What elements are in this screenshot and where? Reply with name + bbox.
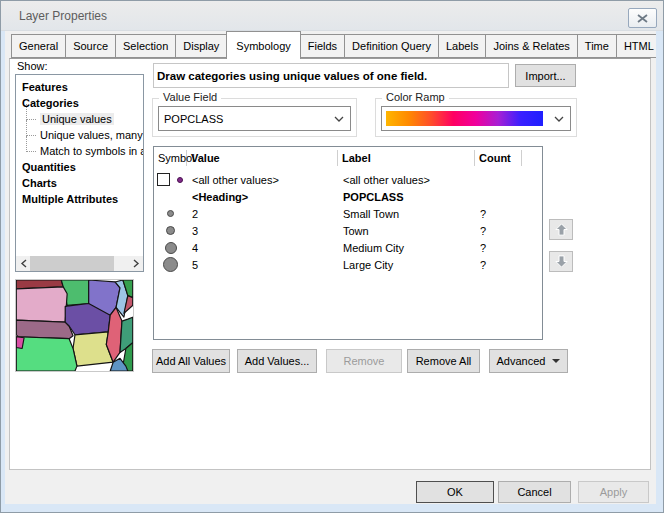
table-row[interactable]: 3 Town ? — [154, 222, 542, 239]
unique-values-table: Symbol Value Label Count <all other valu… — [153, 146, 543, 340]
states-map-thumbnail — [16, 280, 133, 371]
scroll-right-icon[interactable] — [129, 256, 143, 271]
add-values-button[interactable]: Add Values... — [237, 349, 317, 373]
tab-display[interactable]: Display — [176, 34, 227, 58]
ok-button[interactable]: OK — [416, 481, 494, 503]
move-up-button[interactable] — [549, 219, 573, 240]
show-item-match-symbols[interactable]: Match to symbols in a — [16, 143, 143, 159]
show-label: Show: — [17, 60, 48, 72]
tab-selection[interactable]: Selection — [116, 34, 176, 58]
tab-definition-query[interactable]: Definition Query — [345, 34, 439, 58]
show-item-quantities[interactable]: Quantities — [16, 159, 143, 175]
value-field-label: Value Field — [159, 91, 221, 103]
chevron-down-icon[interactable] — [328, 116, 350, 122]
all-other-values-symbol[interactable] — [177, 177, 183, 183]
color-ramp-label: Color Ramp — [382, 91, 449, 103]
add-all-values-button[interactable]: Add All Values — [152, 349, 230, 373]
advanced-button[interactable]: Advanced — [489, 349, 568, 373]
tab-fields[interactable]: Fields — [301, 34, 345, 58]
tab-general[interactable]: General — [11, 34, 66, 58]
remove-button: Remove — [326, 349, 402, 373]
apply-button: Apply — [578, 481, 649, 503]
color-ramp-gradient — [386, 111, 543, 126]
dropdown-arrow-icon — [552, 359, 560, 363]
column-count[interactable]: Count — [475, 150, 522, 166]
category-symbol[interactable] — [167, 210, 174, 217]
remove-all-button[interactable]: Remove All — [407, 349, 480, 373]
table-row[interactable]: 5 Large City ? — [154, 256, 542, 273]
tab-labels[interactable]: Labels — [439, 34, 486, 58]
tab-source[interactable]: Source — [66, 34, 116, 58]
layer-properties-dialog: Layer Properties General Source Selectio… — [0, 0, 664, 513]
method-description: Draw categories using unique values of o… — [153, 63, 509, 88]
table-row[interactable]: 2 Small Town ? — [154, 205, 542, 222]
tab-symbology[interactable]: Symbology — [226, 31, 300, 59]
color-ramp-combobox[interactable] — [381, 106, 571, 131]
layer-preview-map — [15, 279, 134, 372]
cancel-button[interactable]: Cancel — [498, 481, 571, 503]
show-item-multiple-attributes[interactable]: Multiple Attributes — [16, 191, 143, 207]
selected-tree-label: Unique values — [40, 113, 114, 125]
close-button[interactable] — [628, 8, 657, 28]
table-row[interactable]: <all other values> <all other values> — [154, 171, 542, 188]
column-value[interactable]: Value — [187, 150, 338, 166]
category-symbol[interactable] — [165, 242, 177, 254]
arrow-down-icon — [554, 254, 569, 269]
column-label[interactable]: Label — [338, 150, 475, 166]
show-tree: Features Categories Unique values Unique… — [15, 74, 144, 272]
all-other-values-checkbox[interactable] — [157, 173, 170, 186]
tab-time[interactable]: Time — [578, 34, 617, 58]
tab-joins-relates[interactable]: Joins & Relates — [486, 34, 577, 58]
category-symbol[interactable] — [166, 226, 175, 235]
value-field-value: POPCLASS — [159, 113, 328, 125]
category-symbol[interactable] — [163, 257, 178, 272]
table-row-heading[interactable]: <Heading> POPCLASS — [154, 188, 542, 205]
close-icon — [637, 14, 648, 23]
tab-html-popup[interactable]: HTML Popup — [617, 34, 664, 58]
scrollbar-thumb[interactable] — [30, 256, 114, 271]
title-bar[interactable]: Layer Properties — [1, 1, 663, 31]
advanced-button-label: Advanced — [497, 355, 546, 367]
scroll-left-icon[interactable] — [16, 256, 30, 271]
chevron-down-icon[interactable] — [548, 116, 570, 122]
import-button[interactable]: Import... — [515, 64, 576, 87]
tree-horizontal-scrollbar[interactable] — [16, 256, 143, 271]
table-row[interactable]: 4 Medium City ? — [154, 239, 542, 256]
show-item-charts[interactable]: Charts — [16, 175, 143, 191]
table-header[interactable]: Symbol Value Label Count — [154, 147, 542, 169]
tab-strip: General Source Selection Display Symbolo… — [11, 34, 663, 58]
show-item-features[interactable]: Features — [16, 79, 143, 95]
value-field-combobox[interactable]: POPCLASS — [158, 106, 351, 131]
window-title: Layer Properties — [19, 9, 107, 23]
move-down-button[interactable] — [549, 251, 573, 272]
column-symbol[interactable]: Symbol — [154, 150, 187, 166]
arrow-up-icon — [554, 222, 569, 237]
